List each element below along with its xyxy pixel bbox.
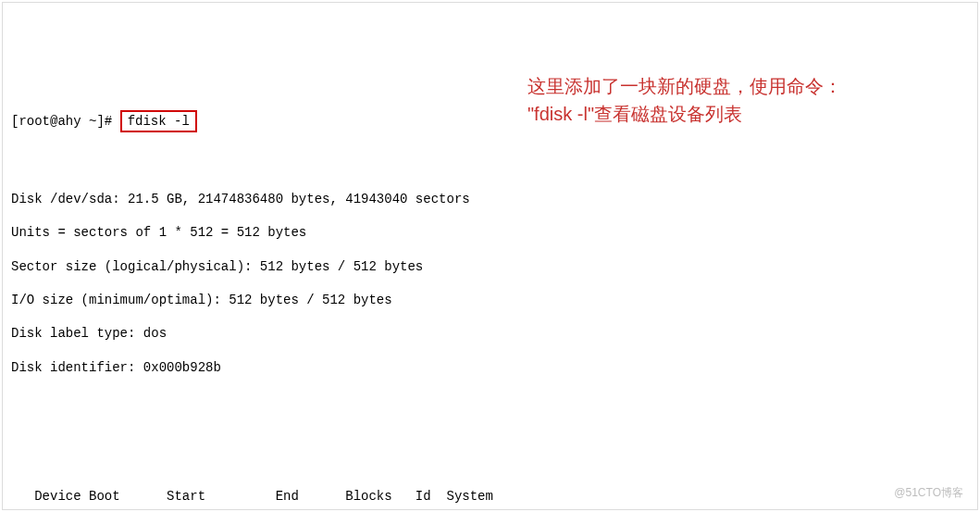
annotation-line1: 这里添加了一块新的硬盘，使用命令：: [527, 72, 842, 100]
command-highlight-box: fdisk -l: [120, 110, 197, 132]
sda-identifier: Disk identifier: 0x000b928b: [11, 359, 969, 376]
partition-table: Device Boot Start End Blocks Id System /…: [11, 471, 969, 512]
sda-header: Disk /dev/sda: 21.5 GB, 21474836480 byte…: [11, 191, 969, 207]
sda-sector-size: Sector size (logical/physical): 512 byte…: [11, 258, 969, 275]
annotation-line2: "fdisk -l"查看磁盘设备列表: [527, 100, 842, 128]
sda-io-size: I/O size (minimum/optimal): 512 bytes / …: [11, 292, 969, 308]
disk-sda-block: Disk /dev/sda: 21.5 GB, 21474836480 byte…: [11, 174, 969, 393]
command-text: fdisk -l: [128, 114, 190, 129]
annotation-callout: 这里添加了一块新的硬盘，使用命令： "fdisk -l"查看磁盘设备列表: [527, 72, 842, 128]
watermark: @51CTO博客: [894, 486, 963, 501]
sda-units: Units = sectors of 1 * 512 = 512 bytes: [11, 224, 969, 241]
sda-label-type: Disk label type: dos: [11, 325, 969, 342]
prompt-text: [root@ahy ~]#: [11, 114, 112, 129]
partition-header: Device Boot Start End Blocks Id System: [11, 488, 969, 505]
